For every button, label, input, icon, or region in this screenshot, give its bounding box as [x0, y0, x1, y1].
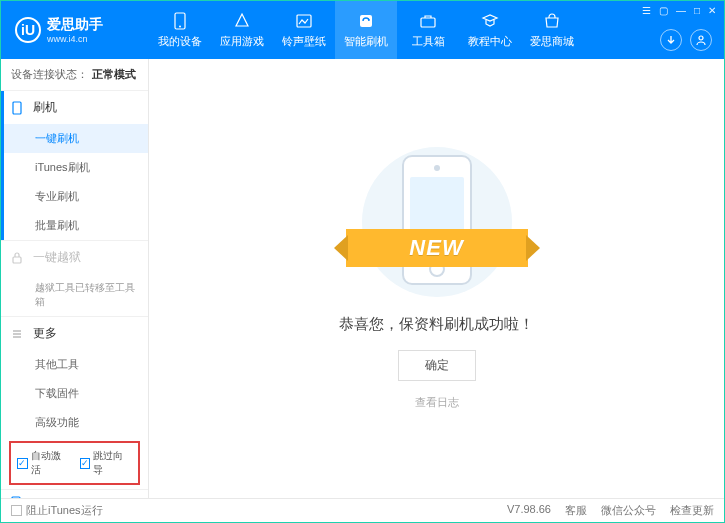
- app-title: 爱思助手: [47, 16, 103, 34]
- nav-toolbox[interactable]: 工具箱: [397, 1, 459, 59]
- nav-tutorial[interactable]: 教程中心: [459, 1, 521, 59]
- section-title: 刷机: [33, 99, 57, 116]
- section-title: 一键越狱: [33, 249, 81, 266]
- close-icon[interactable]: ✕: [708, 5, 716, 16]
- version-label: V7.98.66: [507, 503, 551, 518]
- sidebar-section-jailbreak[interactable]: 一键越狱: [1, 241, 148, 274]
- nav-label: 智能刷机: [344, 34, 388, 49]
- device-info[interactable]: iPhone 12 mini 64GB Down-12mini-13,1: [1, 489, 148, 498]
- main-nav: 我的设备 应用游戏 铃声壁纸 智能刷机 工具箱 教程中心 爱思商城: [149, 1, 583, 59]
- svg-rect-3: [360, 15, 372, 27]
- sidebar-item-download-firmware[interactable]: 下载固件: [1, 379, 148, 408]
- nav-label: 铃声壁纸: [282, 34, 326, 49]
- view-log-link[interactable]: 查看日志: [415, 395, 459, 410]
- nav-label: 应用游戏: [220, 34, 264, 49]
- check-icon: ✓: [80, 458, 91, 469]
- jailbreak-notice: 越狱工具已转移至工具箱: [1, 274, 148, 316]
- lock-icon: [11, 251, 25, 265]
- flash-icon: [356, 11, 376, 31]
- options-highlight: ✓ 自动激活 ✓ 跳过向导: [9, 441, 140, 485]
- checkbox-label: 自动激活: [31, 449, 70, 477]
- logo: iU 爱思助手 www.i4.cn: [1, 16, 149, 44]
- status-bar: 阻止iTunes运行 V7.98.66 客服 微信公众号 检查更新: [1, 498, 724, 522]
- wechat-link[interactable]: 微信公众号: [601, 503, 656, 518]
- checkbox-block-itunes[interactable]: 阻止iTunes运行: [11, 503, 103, 518]
- sidebar: 设备连接状态： 正常模式 刷机 一键刷机 iTunes刷机 专业刷机 批量刷机 …: [1, 59, 149, 498]
- svg-rect-2: [297, 15, 311, 27]
- download-button[interactable]: [660, 29, 682, 51]
- checkbox-icon: [11, 505, 22, 516]
- checkbox-auto-activate[interactable]: ✓ 自动激活: [17, 449, 70, 477]
- more-icon: [11, 328, 25, 340]
- nav-ringtone[interactable]: 铃声壁纸: [273, 1, 335, 59]
- sidebar-item-batch-flash[interactable]: 批量刷机: [1, 211, 148, 240]
- sidebar-item-pro-flash[interactable]: 专业刷机: [1, 182, 148, 211]
- sidebar-item-advanced[interactable]: 高级功能: [1, 408, 148, 437]
- nav-label: 工具箱: [412, 34, 445, 49]
- nav-label: 教程中心: [468, 34, 512, 49]
- connection-status: 设备连接状态： 正常模式: [1, 59, 148, 90]
- maximize-icon[interactable]: □: [694, 5, 700, 16]
- success-message: 恭喜您，保资料刷机成功啦！: [339, 315, 534, 334]
- sidebar-item-other-tools[interactable]: 其他工具: [1, 350, 148, 379]
- svg-point-5: [699, 36, 703, 40]
- success-illustration: NEW: [352, 147, 522, 297]
- section-title: 更多: [33, 325, 57, 342]
- device-name: iPhone 12 mini: [25, 496, 110, 498]
- sidebar-section-flash[interactable]: 刷机: [1, 91, 148, 124]
- sidebar-item-oneclick-flash[interactable]: 一键刷机: [1, 124, 148, 153]
- window-controls: ☰ ▢ — □ ✕: [642, 1, 716, 16]
- nav-flash[interactable]: 智能刷机: [335, 1, 397, 59]
- toolbox-icon: [418, 11, 438, 31]
- apps-icon: [232, 11, 252, 31]
- status-value: 正常模式: [92, 67, 136, 82]
- wallpaper-icon: [294, 11, 314, 31]
- checkbox-label: 跳过向导: [93, 449, 132, 477]
- sidebar-item-itunes-flash[interactable]: iTunes刷机: [1, 153, 148, 182]
- status-label: 设备连接状态：: [11, 67, 88, 82]
- logo-icon: iU: [15, 17, 41, 43]
- svg-rect-8: [12, 497, 20, 498]
- main-content: NEW 恭喜您，保资料刷机成功啦！ 确定 查看日志: [149, 59, 724, 498]
- device-phone-icon: [11, 496, 21, 498]
- phone-icon: [170, 11, 190, 31]
- ok-button[interactable]: 确定: [398, 350, 476, 381]
- nav-label: 爱思商城: [530, 34, 574, 49]
- nav-label: 我的设备: [158, 34, 202, 49]
- nav-apps[interactable]: 应用游戏: [211, 1, 273, 59]
- svg-rect-6: [13, 102, 21, 114]
- svg-rect-7: [13, 257, 21, 263]
- menu-icon[interactable]: ☰: [642, 5, 651, 16]
- sidebar-section-more[interactable]: 更多: [1, 317, 148, 350]
- svg-rect-4: [421, 18, 435, 27]
- nav-my-device[interactable]: 我的设备: [149, 1, 211, 59]
- tutorial-icon: [480, 11, 500, 31]
- app-header: iU 爱思助手 www.i4.cn 我的设备 应用游戏 铃声壁纸 智能刷机 工具…: [1, 1, 724, 59]
- checkbox-label: 阻止iTunes运行: [26, 503, 103, 518]
- svg-point-1: [179, 26, 181, 28]
- store-icon: [542, 11, 562, 31]
- nav-store[interactable]: 爱思商城: [521, 1, 583, 59]
- check-update-link[interactable]: 检查更新: [670, 503, 714, 518]
- checkbox-skip-guide[interactable]: ✓ 跳过向导: [80, 449, 133, 477]
- check-icon: ✓: [17, 458, 28, 469]
- phone-icon: [11, 101, 25, 115]
- ribbon-text: NEW: [409, 235, 463, 261]
- app-url: www.i4.cn: [47, 34, 103, 44]
- user-button[interactable]: [690, 29, 712, 51]
- lock-icon[interactable]: ▢: [659, 5, 668, 16]
- support-link[interactable]: 客服: [565, 503, 587, 518]
- minimize-icon[interactable]: —: [676, 5, 686, 16]
